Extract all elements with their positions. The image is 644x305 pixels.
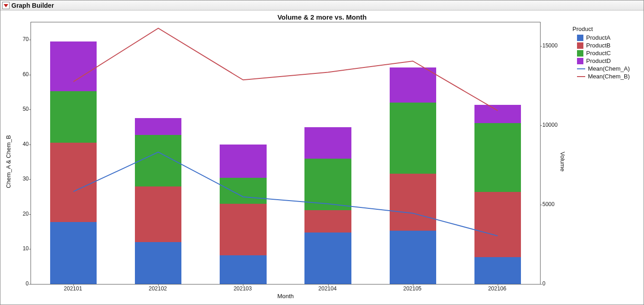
legend-line-swatch: [577, 68, 585, 69]
legend-label: Mean(Chem_A): [588, 65, 630, 72]
chevron-down-icon: [4, 3, 8, 8]
x-axis: 202101202102202103202104202105202106 Mon…: [31, 284, 541, 301]
plot-body: Chem_A & Chem_B 010203040506070 20210120…: [4, 22, 640, 301]
left-tick-label: 60: [23, 71, 29, 78]
graph-builder-panel: Graph Builder Volume & 2 more vs. Month …: [0, 0, 644, 305]
left-tick-label: 20: [23, 211, 29, 217]
bar-segment[interactable]: [135, 186, 181, 242]
legend-swatch: [577, 58, 583, 64]
legend-item[interactable]: ProductD: [572, 57, 637, 64]
legend-swatch: [577, 42, 583, 49]
panel-title: Graph Builder: [11, 2, 54, 9]
x-tick-label: 202102: [149, 285, 167, 292]
left-axis-ticks: 010203040506070: [12, 22, 31, 301]
bar-segment[interactable]: [135, 242, 181, 284]
plot-row: [31, 22, 541, 284]
legend-item[interactable]: ProductC: [572, 50, 637, 57]
bar-segment[interactable]: [50, 91, 97, 143]
bar-segment[interactable]: [135, 118, 181, 135]
x-axis-ticks: 202101202102202103202104202105202106: [31, 284, 541, 293]
legend-item[interactable]: ProductA: [572, 34, 637, 41]
bar-segment[interactable]: [220, 178, 266, 204]
bar-segment[interactable]: [390, 67, 436, 103]
x-tick-label: 202106: [488, 285, 506, 292]
right-tick-label: 0: [542, 280, 546, 287]
bar-segment[interactable]: [304, 127, 351, 159]
disclosure-button[interactable]: [2, 2, 10, 9]
bar-segment[interactable]: [304, 233, 351, 284]
x-tick-label: 202105: [403, 285, 422, 292]
right-tick-label: 15000: [542, 42, 557, 49]
right-axis-ticks: 050001000015000: [541, 22, 559, 301]
chart-title: Volume & 2 more vs. Month: [4, 13, 640, 21]
x-tick-label: 202101: [64, 285, 82, 292]
bar-segment[interactable]: [220, 204, 266, 255]
panel-header: Graph Builder: [0, 0, 644, 10]
legend-item[interactable]: Mean(Chem_B): [572, 73, 637, 80]
legend-line-swatch: [577, 76, 585, 77]
left-axis: Chem_A & Chem_B 010203040506070: [4, 22, 31, 301]
left-tick-label: 40: [23, 141, 29, 147]
bar-segment[interactable]: [304, 159, 351, 210]
legend-swatch: [577, 35, 583, 41]
legend-title: Product: [572, 26, 637, 32]
legend-label: ProductA: [586, 34, 610, 41]
bar-segment[interactable]: [474, 123, 521, 192]
legend-label: ProductB: [586, 42, 610, 49]
right-tick-label: 5000: [542, 201, 555, 207]
bar-segment[interactable]: [220, 145, 266, 178]
bar-segment[interactable]: [474, 192, 521, 257]
left-tick-label: 70: [23, 36, 29, 42]
legend-label: Mean(Chem_B): [588, 73, 630, 80]
left-tick-label: 0: [26, 280, 29, 287]
bar-segment[interactable]: [50, 222, 97, 284]
bar-segment[interactable]: [474, 257, 521, 284]
legend-item[interactable]: Mean(Chem_A): [572, 65, 637, 72]
bar-segment[interactable]: [50, 143, 97, 222]
bar-segment[interactable]: [304, 210, 351, 233]
x-tick-label: 202103: [233, 285, 252, 292]
svg-marker-0: [4, 4, 8, 7]
plot-area[interactable]: [31, 22, 541, 284]
right-axis-label: Volume: [559, 22, 567, 301]
right-axis: 050001000015000 Volume: [541, 22, 567, 301]
bar-segment[interactable]: [135, 135, 181, 186]
left-axis-label: Chem_A & Chem_B: [4, 22, 12, 301]
bar-segment[interactable]: [474, 105, 521, 123]
legend: Product ProductAProductBProductCProductD…: [567, 22, 640, 301]
legend-label: ProductC: [586, 50, 611, 57]
legend-label: ProductD: [586, 57, 611, 64]
bar-segment[interactable]: [390, 174, 436, 231]
plot-column: 202101202102202103202104202105202106 Mon…: [31, 22, 541, 301]
bar-segment[interactable]: [390, 103, 436, 174]
legend-swatch: [577, 50, 583, 57]
legend-item[interactable]: ProductB: [572, 42, 637, 49]
bar-segment[interactable]: [220, 255, 266, 284]
bar-segment[interactable]: [390, 231, 436, 284]
plot-wrap: Volume & 2 more vs. Month Chem_A & Chem_…: [0, 10, 644, 305]
x-axis-label: Month: [31, 293, 541, 300]
left-tick-label: 50: [23, 106, 29, 112]
x-tick-label: 202104: [319, 285, 337, 292]
left-tick-label: 10: [23, 245, 29, 252]
right-tick-label: 10000: [542, 122, 557, 128]
left-tick-label: 30: [23, 176, 29, 182]
bar-segment[interactable]: [50, 41, 97, 92]
